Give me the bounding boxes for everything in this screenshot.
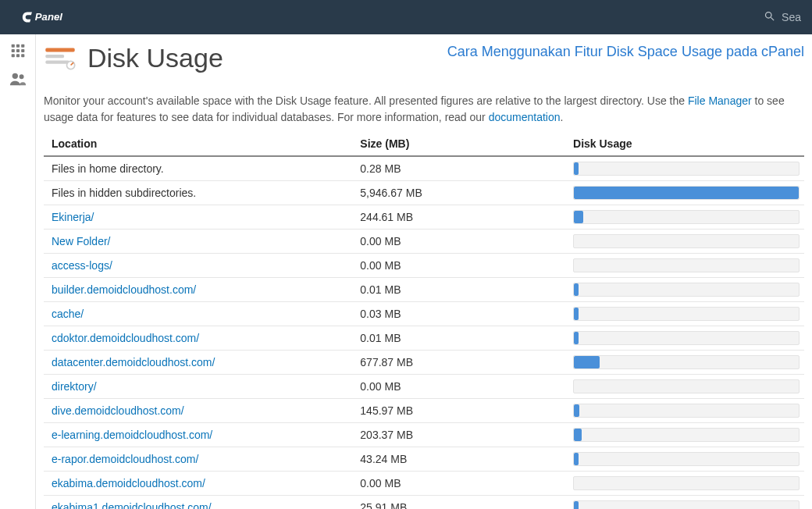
directory-link[interactable]: datacenter.demoidcloudhost.com/ xyxy=(52,356,215,368)
directory-text: Files in home directory. xyxy=(52,162,164,175)
disk-usage-icon xyxy=(44,45,77,72)
sidebar-users-icon[interactable] xyxy=(9,70,27,87)
svg-rect-7 xyxy=(16,49,19,52)
brand-logo[interactable]: Panel xyxy=(11,9,97,26)
table-row: direktory/0.00 MB xyxy=(44,374,804,398)
directory-link[interactable]: ekabima.demoidcloudhost.com/ xyxy=(52,477,205,489)
svg-rect-3 xyxy=(11,44,14,48)
intro-part3: . xyxy=(561,111,564,123)
table-row: Files in hidden subdirectories.5,946.67 … xyxy=(44,180,804,205)
svg-text:Panel: Panel xyxy=(35,11,63,23)
svg-rect-4 xyxy=(16,44,19,48)
svg-rect-10 xyxy=(16,54,19,57)
directory-link[interactable]: access-logs/ xyxy=(52,259,112,272)
intro-text: Monitor your account's available space w… xyxy=(44,93,804,125)
help-link[interactable]: Cara Menggunakan Fitur Disk Space Usage … xyxy=(447,41,804,60)
disk-usage-table: Location Size (MB) Disk Usage Files in h… xyxy=(44,131,804,509)
topbar-search[interactable]: Sea xyxy=(764,10,801,24)
usage-bar xyxy=(573,500,800,509)
directory-link[interactable]: ekabima1.demoidcloudhost.com/ xyxy=(52,501,212,509)
size-value: 5,946.67 MB xyxy=(360,187,422,199)
directory-link[interactable]: cdoktor.demoidcloudhost.com/ xyxy=(52,332,199,344)
usage-bar xyxy=(573,355,800,369)
svg-rect-8 xyxy=(21,49,24,52)
directory-link[interactable]: direktory/ xyxy=(52,380,97,393)
table-row: access-logs/0.00 MB xyxy=(44,253,804,277)
main-content: Disk Usage Cara Menggunakan Fitur Disk S… xyxy=(36,34,812,509)
directory-text: Files in hidden subdirectories. xyxy=(52,187,196,199)
size-value: 0.00 MB xyxy=(360,259,401,272)
directory-link[interactable]: dive.demoidcloudhost.com/ xyxy=(52,404,184,417)
table-row: Ekinerja/244.61 MB xyxy=(44,205,804,229)
size-value: 0.28 MB xyxy=(360,162,401,175)
usage-bar xyxy=(573,428,800,442)
table-row: dive.demoidcloudhost.com/145.97 MB xyxy=(44,398,804,422)
size-value: 43.24 MB xyxy=(360,453,407,465)
table-row: Files in home directory.0.28 MB xyxy=(44,156,804,181)
usage-bar xyxy=(573,162,800,176)
usage-bar xyxy=(573,476,800,490)
usage-bar xyxy=(573,307,800,321)
svg-point-12 xyxy=(12,73,17,79)
usage-bar xyxy=(573,258,800,272)
directory-link[interactable]: Ekinerja/ xyxy=(52,211,94,223)
size-value: 0.00 MB xyxy=(360,235,401,247)
usage-bar xyxy=(573,234,800,248)
col-header-location: Location xyxy=(44,131,355,156)
usage-bar xyxy=(573,210,800,224)
svg-point-13 xyxy=(19,74,23,79)
usage-bar xyxy=(573,331,800,345)
search-icon xyxy=(764,10,775,24)
size-value: 0.01 MB xyxy=(360,332,401,344)
search-placeholder-text: Sea xyxy=(782,11,801,23)
table-row: cdoktor.demoidcloudhost.com/0.01 MB xyxy=(44,326,804,350)
size-value: 0.00 MB xyxy=(360,380,401,393)
svg-rect-16 xyxy=(45,60,69,63)
usage-bar xyxy=(573,186,800,200)
usage-bar xyxy=(573,452,800,466)
svg-rect-6 xyxy=(11,49,14,52)
table-row: builder.demoidcloudhost.com/0.01 MB xyxy=(44,277,804,301)
usage-bar xyxy=(573,379,800,393)
table-row: ekabima1.demoidcloudhost.com/25.91 MB xyxy=(44,495,804,509)
table-row: ekabima.demoidcloudhost.com/0.00 MB xyxy=(44,471,804,495)
directory-link[interactable]: e-learning.demoidcloudhost.com/ xyxy=(52,429,212,441)
size-value: 244.61 MB xyxy=(360,211,413,223)
usage-bar xyxy=(573,283,800,297)
directory-link[interactable]: cache/ xyxy=(52,308,84,320)
topbar: Panel Sea xyxy=(0,0,812,34)
page-title: Disk Usage xyxy=(87,44,223,73)
size-value: 677.87 MB xyxy=(360,356,413,368)
sidebar-apps-icon[interactable] xyxy=(9,42,27,59)
directory-link[interactable]: New Folder/ xyxy=(52,235,110,247)
file-manager-link[interactable]: File Manager xyxy=(688,94,752,107)
usage-bar xyxy=(573,404,800,418)
table-row: New Folder/0.00 MB xyxy=(44,229,804,253)
svg-point-1 xyxy=(766,12,772,19)
sidebar xyxy=(0,34,36,509)
table-row: e-learning.demoidcloudhost.com/203.37 MB xyxy=(44,422,804,447)
size-value: 0.00 MB xyxy=(360,477,401,489)
svg-rect-11 xyxy=(21,54,24,57)
directory-link[interactable]: builder.demoidcloudhost.com/ xyxy=(52,283,196,296)
table-row: e-rapor.demoidcloudhost.com/43.24 MB xyxy=(44,447,804,471)
size-value: 25.91 MB xyxy=(360,501,407,509)
svg-rect-15 xyxy=(45,55,64,58)
svg-rect-5 xyxy=(21,44,24,48)
table-row: datacenter.demoidcloudhost.com/677.87 MB xyxy=(44,350,804,374)
size-value: 0.01 MB xyxy=(360,283,401,296)
size-value: 145.97 MB xyxy=(360,404,413,417)
col-header-size: Size (MB) xyxy=(355,131,568,156)
directory-link[interactable]: e-rapor.demoidcloudhost.com/ xyxy=(52,453,198,465)
table-row: cache/0.03 MB xyxy=(44,301,804,326)
size-value: 203.37 MB xyxy=(360,429,413,441)
svg-line-2 xyxy=(771,17,774,20)
svg-rect-9 xyxy=(11,54,14,57)
col-header-usage: Disk Usage xyxy=(568,131,804,156)
size-value: 0.03 MB xyxy=(360,308,401,320)
intro-part1: Monitor your account's available space w… xyxy=(44,94,688,107)
svg-rect-14 xyxy=(45,48,74,52)
documentation-link[interactable]: documentation xyxy=(489,111,561,123)
